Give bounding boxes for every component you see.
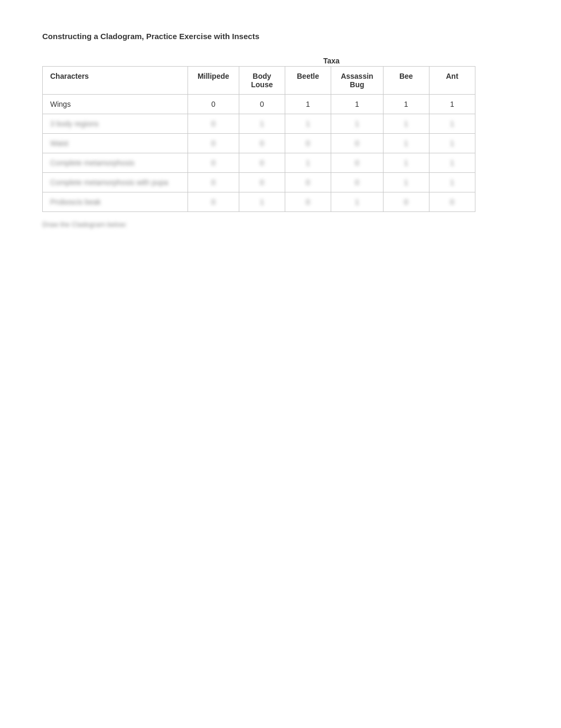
value-cell: 1 — [429, 153, 475, 173]
character-cell: 3 body regions — [43, 114, 188, 134]
value-cell: 1 — [285, 114, 331, 134]
value-cell: 0 — [188, 134, 239, 153]
value-cell: 0 — [239, 173, 285, 192]
value-cell: 0 — [331, 153, 384, 173]
value-cell: 1 — [331, 114, 384, 134]
page-title: Constructing a Cladogram, Practice Exerc… — [42, 32, 519, 41]
empty-header-cell — [43, 51, 188, 67]
value-cell: 0 — [429, 192, 475, 212]
value-cell: 0 — [285, 173, 331, 192]
table-row: Waist000011 — [43, 134, 475, 153]
value-cell: 1 — [383, 153, 429, 173]
value-cell: 0 — [285, 134, 331, 153]
character-cell: Complete metamorphosis — [43, 153, 188, 173]
value-cell: 0 — [331, 134, 384, 153]
bee-header: Bee — [383, 67, 429, 95]
col-header-row: Characters Millipede BodyLouse Beetle As… — [43, 67, 475, 95]
beetle-header: Beetle — [285, 67, 331, 95]
character-cell: Waist — [43, 134, 188, 153]
value-cell: 1 — [383, 173, 429, 192]
body-louse-header: BodyLouse — [239, 67, 285, 95]
value-cell: 0 — [383, 192, 429, 212]
value-cell: 0 — [239, 95, 285, 114]
table-row: Complete metamorphosis with pupa000011 — [43, 173, 475, 192]
value-cell: 1 — [239, 114, 285, 134]
table-wrapper: Taxa Characters Millipede BodyLouse Beet… — [42, 51, 519, 212]
value-cell: 1 — [429, 114, 475, 134]
value-cell: 0 — [188, 173, 239, 192]
value-cell: 1 — [383, 114, 429, 134]
value-cell: 1 — [429, 173, 475, 192]
value-cell: 0 — [188, 192, 239, 212]
value-cell: 0 — [239, 153, 285, 173]
value-cell: 1 — [285, 153, 331, 173]
value-cell: 0 — [188, 153, 239, 173]
taxa-label: Taxa — [188, 51, 475, 67]
value-cell: 1 — [331, 95, 384, 114]
value-cell: 0 — [331, 173, 384, 192]
character-cell: Wings — [43, 95, 188, 114]
character-cell: Complete metamorphosis with pupa — [43, 173, 188, 192]
value-cell: 1 — [239, 192, 285, 212]
table-row: Proboscis beak010100 — [43, 192, 475, 212]
assassin-bug-header: AssassinBug — [331, 67, 384, 95]
table-row: Wings001111 — [43, 95, 475, 114]
value-cell: 1 — [383, 134, 429, 153]
value-cell: 1 — [429, 95, 475, 114]
value-cell: 0 — [188, 95, 239, 114]
table-body: Wings0011113 body regions011111Waist0000… — [43, 95, 475, 212]
value-cell: 0 — [188, 114, 239, 134]
taxa-header-row: Taxa — [43, 51, 475, 67]
millipede-header: Millipede — [188, 67, 239, 95]
ant-header: Ant — [429, 67, 475, 95]
footer-blurred: Draw the Cladogram below: — [42, 220, 127, 228]
character-cell: Proboscis beak — [43, 192, 188, 212]
characters-header: Characters — [43, 67, 188, 95]
table-row: Complete metamorphosis001011 — [43, 153, 475, 173]
cladogram-table: Taxa Characters Millipede BodyLouse Beet… — [42, 51, 475, 212]
value-cell: 1 — [383, 95, 429, 114]
value-cell: 0 — [285, 192, 331, 212]
value-cell: 1 — [331, 192, 384, 212]
value-cell: 1 — [429, 134, 475, 153]
value-cell: 0 — [239, 134, 285, 153]
value-cell: 1 — [285, 95, 331, 114]
table-row: 3 body regions011111 — [43, 114, 475, 134]
